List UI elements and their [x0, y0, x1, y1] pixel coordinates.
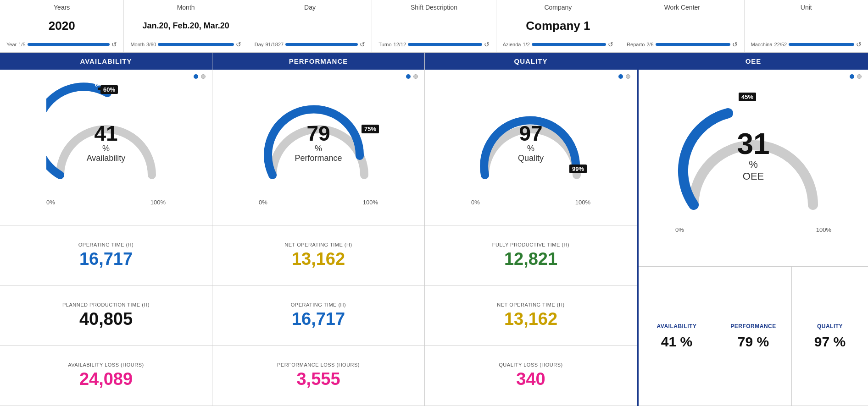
years-slider[interactable] — [28, 43, 110, 46]
month-slider-row[interactable]: Month 3/60 ↺ — [130, 41, 241, 48]
oee-max: 100% — [816, 226, 831, 233]
qual-tile1-value: 12,821 — [504, 249, 557, 269]
header-unit: Unit Macchina 22/52 ↺ — [745, 0, 868, 52]
day-slider-pos: 91/1827 — [265, 42, 284, 47]
availability-dots — [194, 74, 206, 79]
oee-qual-value: 97 % — [814, 334, 846, 350]
oee-min: 0% — [675, 226, 684, 233]
month-label: Month — [130, 4, 241, 11]
oee-gauge-labels: 0% 100% — [675, 226, 831, 233]
quality-tile-2: NET OPERATING TIME (H) 13,162 — [425, 285, 637, 346]
oee-gauge-container: 45% 31 % OEE — [675, 79, 831, 225]
qual-tile3-label: QUALITY LOSS (HOURS) — [499, 362, 562, 368]
quality-max: 100% — [575, 199, 590, 206]
years-value: 2020 — [6, 19, 117, 33]
unit-slider[interactable] — [789, 43, 854, 46]
availability-min: 0% — [46, 199, 55, 206]
quality-gauge-label: Quality — [518, 154, 544, 163]
day-slider[interactable] — [285, 43, 358, 46]
years-slider-label: Year — [6, 42, 17, 47]
dot-filled — [406, 74, 411, 79]
oee-avail-label: AVAILABILITY — [657, 323, 697, 329]
company-refresh-icon[interactable]: ↺ — [608, 41, 613, 48]
avail-tile3-value: 24,089 — [79, 369, 133, 389]
shift-label: Shift Description — [378, 4, 489, 11]
avail-tile1-value: 16,717 — [79, 249, 133, 269]
availability-gauge-container: 60% 60% 41 % Availability — [46, 79, 166, 198]
shift-refresh-icon[interactable]: ↺ — [484, 41, 490, 48]
month-refresh-icon[interactable]: ↺ — [236, 41, 241, 48]
performance-percent: 79 — [295, 123, 342, 144]
workcenter-slider-row[interactable]: Reparto 2/6 ↺ — [627, 41, 737, 48]
availability-target-badge: 60% — [100, 85, 118, 94]
availability-gauge-section: 60% 60% 41 % Availability 0% 100% — [0, 70, 212, 225]
quality-target-badge: 99% — [569, 165, 587, 173]
availability-gauge-labels: 0% 100% — [46, 199, 166, 206]
month-slider-pos: 3/60 — [146, 42, 156, 47]
month-slider-label: Month — [130, 42, 145, 47]
performance-target-badge: 75% — [362, 125, 379, 133]
dot-empty — [626, 74, 630, 79]
performance-tile-2: OPERATING TIME (H) 16,717 — [212, 285, 424, 346]
shift-slider[interactable] — [408, 43, 482, 46]
shift-slider-label: Turno — [378, 42, 391, 47]
quality-dots — [618, 74, 630, 79]
availability-unit: % — [87, 144, 126, 154]
month-value: Jan.20, Feb.20, Mar.20 — [130, 22, 241, 31]
performance-gauge-section: 75% 79 % Performance 0% 100% — [212, 70, 424, 225]
quality-gauge-section: 99% 97 % Quality 0% 100% — [425, 70, 637, 225]
quality-column: QUALITY 99% 97 % — [425, 53, 637, 406]
perf-tile1-value: 13,162 — [292, 249, 345, 269]
company-value: Company 1 — [503, 19, 613, 33]
workcenter-refresh-icon[interactable]: ↺ — [732, 41, 738, 48]
oee-dots — [850, 74, 862, 79]
workcenter-slider[interactable] — [656, 43, 730, 46]
day-refresh-icon[interactable]: ↺ — [360, 41, 365, 48]
company-slider-pos: 1/2 — [523, 42, 529, 47]
month-slider[interactable] — [158, 43, 234, 46]
oee-avail-value: 41 % — [661, 334, 692, 350]
header-years: Years 2020 Year 1/5 ↺ — [0, 0, 124, 52]
availability-header: AVAILABILITY — [0, 53, 212, 70]
qual-tile3-value: 340 — [516, 369, 545, 389]
quality-percent: 97 — [518, 123, 544, 144]
availability-center-text: 41 % Availability — [87, 123, 126, 163]
perf-tile1-label: NET OPERATING TIME (H) — [284, 242, 352, 247]
quality-unit: % — [518, 144, 544, 154]
left-section: AVAILABILITY 60% — [0, 53, 639, 406]
workcenter-slider-label: Reparto — [627, 42, 645, 47]
availability-column: AVAILABILITY 60% — [0, 53, 212, 406]
performance-gauge-container: 75% 79 % Performance — [259, 79, 378, 198]
header-month: Month Jan.20, Feb.20, Mar.20 Month 3/60 … — [124, 0, 248, 52]
company-slider-row[interactable]: Azienda 1/2 ↺ — [503, 41, 613, 48]
day-slider-row[interactable]: Day 91/1827 ↺ — [255, 41, 365, 48]
quality-gauge-labels: 0% 100% — [471, 199, 590, 206]
unit-slider-row[interactable]: Macchina 22/52 ↺ — [751, 41, 862, 48]
years-refresh-icon[interactable]: ↺ — [111, 41, 117, 48]
header-day: Day Day 91/1827 ↺ — [248, 0, 372, 52]
performance-tile-3: PERFORMANCE LOSS (HOURS) 3,555 — [212, 346, 424, 406]
performance-min: 0% — [259, 199, 267, 206]
years-slider-row[interactable]: Year 1/5 ↺ — [6, 41, 117, 48]
qual-tile2-label: NET OPERATING TIME (H) — [497, 302, 564, 307]
company-slider[interactable] — [532, 43, 606, 46]
availability-tile-1: OPERATING TIME (H) 16,717 — [0, 225, 212, 285]
company-slider-label: Azienda — [503, 42, 521, 47]
shift-slider-row[interactable]: Turno 12/12 ↺ — [378, 41, 489, 48]
performance-gauge-labels: 0% 100% — [259, 199, 378, 206]
oee-sub-quality: QUALITY 97 % — [792, 267, 868, 406]
dot-empty — [857, 74, 862, 79]
years-label: Years — [6, 4, 117, 11]
quality-center-text: 97 % Quality — [518, 123, 544, 163]
availability-tile-2: PLANNED PRODUCTION TIME (H) 40,805 — [0, 285, 212, 346]
oee-target-badge: 45% — [739, 93, 756, 101]
unit-slider-label: Macchina — [751, 42, 773, 47]
unit-slider-pos: 22/52 — [774, 42, 787, 47]
oee-gauge-section: 45% 31 % OEE 0% 100% — [639, 70, 868, 267]
oee-qual-label: QUALITY — [817, 323, 843, 329]
performance-dots — [406, 74, 418, 79]
quality-gauge-container: 99% 97 % Quality — [471, 79, 590, 198]
dot-empty — [413, 74, 418, 79]
dot-filled — [618, 74, 623, 79]
unit-refresh-icon[interactable]: ↺ — [856, 41, 862, 48]
